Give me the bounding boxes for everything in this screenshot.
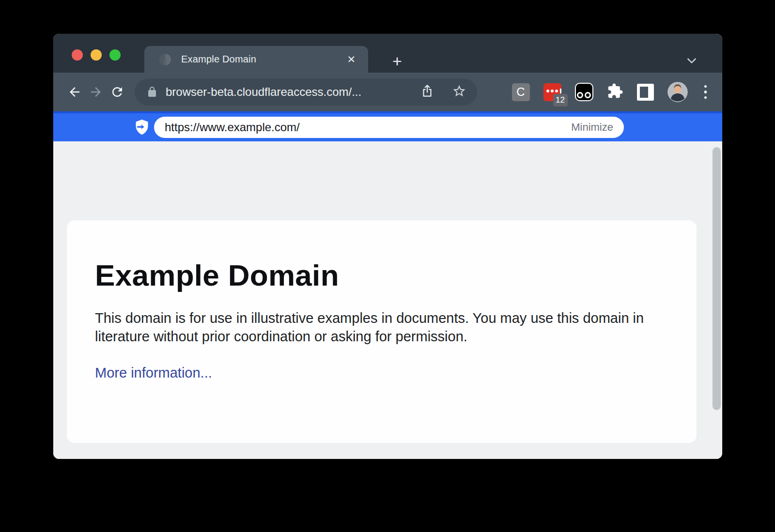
extension-password-manager-icon[interactable]: 12 bbox=[543, 83, 561, 101]
more-information-link[interactable]: More information... bbox=[95, 365, 212, 381]
tab-search-chevron-down-icon[interactable] bbox=[685, 54, 698, 67]
tab-close-icon[interactable]: ✕ bbox=[345, 52, 357, 66]
profile-avatar[interactable] bbox=[667, 82, 688, 102]
omnibox-url-text: browser-beta.cloudflareaccess.com/... bbox=[166, 85, 361, 99]
shield-arrow-icon bbox=[135, 120, 149, 135]
extension-c-icon[interactable]: C bbox=[512, 83, 530, 101]
tab-strip: Example Domain ✕ + bbox=[53, 34, 722, 73]
page-body-text: This domain is for use in illustrative e… bbox=[95, 309, 654, 346]
page-title: Example Domain bbox=[95, 258, 667, 292]
browser-menu-icon[interactable] bbox=[701, 83, 710, 101]
tab-favicon-globe-icon bbox=[159, 53, 171, 66]
tab-example-domain[interactable]: Example Domain ✕ bbox=[144, 46, 368, 73]
tab-title: Example Domain bbox=[181, 54, 256, 65]
extension-camera-icon[interactable] bbox=[575, 83, 593, 101]
reload-button[interactable] bbox=[107, 81, 128, 103]
page-viewport: Example Domain This domain is for use in… bbox=[53, 141, 722, 459]
browser-toolbar: browser-beta.cloudflareaccess.com/... C bbox=[53, 73, 722, 111]
macos-minimize-button[interactable] bbox=[91, 49, 102, 61]
side-panel-icon[interactable] bbox=[637, 84, 654, 101]
new-tab-button[interactable]: + bbox=[388, 51, 407, 71]
back-arrow-icon bbox=[67, 85, 82, 99]
minimize-button[interactable]: Minimize bbox=[571, 121, 613, 134]
extensions-puzzle-icon[interactable] bbox=[607, 83, 623, 101]
back-button[interactable] bbox=[64, 81, 85, 103]
browser-window: Example Domain ✕ + browser-beta.cloudfla… bbox=[53, 34, 722, 459]
example-domain-card: Example Domain This domain is for use in… bbox=[67, 220, 697, 443]
remote-browser-address-bar: https://www.example.com/ Minimize bbox=[53, 111, 722, 141]
extension-badge-count: 12 bbox=[553, 94, 568, 106]
forward-button[interactable] bbox=[85, 81, 107, 103]
bookmark-star-icon[interactable] bbox=[452, 84, 466, 100]
extension-area: C 12 bbox=[512, 82, 712, 102]
remote-url-input[interactable]: https://www.example.com/ Minimize bbox=[154, 117, 624, 138]
vertical-scrollbar[interactable] bbox=[713, 147, 721, 410]
macos-zoom-button[interactable] bbox=[109, 49, 121, 61]
omnibox-url-bar[interactable]: browser-beta.cloudflareaccess.com/... bbox=[135, 78, 477, 106]
share-icon[interactable] bbox=[420, 84, 434, 100]
forward-arrow-icon bbox=[89, 85, 103, 99]
remote-url-text: https://www.example.com/ bbox=[165, 121, 300, 134]
macos-traffic-lights bbox=[72, 49, 121, 61]
reload-icon bbox=[110, 85, 124, 99]
macos-close-button[interactable] bbox=[72, 49, 83, 61]
lock-icon bbox=[146, 86, 158, 98]
